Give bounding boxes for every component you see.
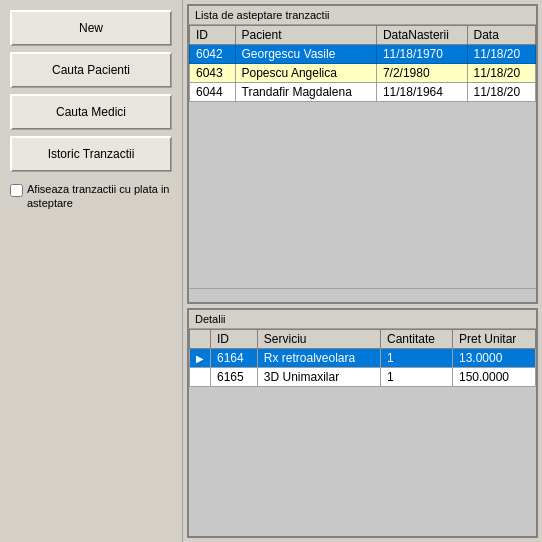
row-data: 11/18/20 xyxy=(467,83,536,102)
detail-table-wrapper[interactable]: ID Serviciu Cantitate Pret Unitar ▶ 6164… xyxy=(189,329,536,536)
top-section: Lista de asteptare tranzactii ID Pacient… xyxy=(187,4,538,304)
detail-row-id: 6165 xyxy=(211,368,258,387)
cauta-medici-button[interactable]: Cauta Medici xyxy=(10,94,172,130)
row-data-nasterii: 7/2/1980 xyxy=(376,64,467,83)
row-pacient: Georgescu Vasile xyxy=(235,45,376,64)
row-data: 11/18/20 xyxy=(467,45,536,64)
detail-table-row[interactable]: 6165 3D Unimaxilar 1 150.0000 xyxy=(190,368,536,387)
cauta-pacienti-button[interactable]: Cauta Pacienti xyxy=(10,52,172,88)
col-data: Data xyxy=(467,26,536,45)
row-id: 6043 xyxy=(190,64,236,83)
afiseaza-checkbox[interactable] xyxy=(10,184,23,197)
row-indicator: ▶ xyxy=(190,349,211,368)
sidebar: New Cauta Pacienti Cauta Medici Istoric … xyxy=(0,0,183,542)
hscroll-area[interactable] xyxy=(189,288,536,302)
top-table-row[interactable]: 6042 Georgescu Vasile 11/18/1970 11/18/2… xyxy=(190,45,536,64)
col-id: ID xyxy=(190,26,236,45)
checkbox-label: Afiseaza tranzactii cu plata in asteptar… xyxy=(27,182,172,211)
row-id: 6042 xyxy=(190,45,236,64)
right-panel: Lista de asteptare tranzactii ID Pacient… xyxy=(183,0,542,542)
row-id: 6044 xyxy=(190,83,236,102)
col-pacient: Pacient xyxy=(235,26,376,45)
row-pacient: Trandafir Magdalena xyxy=(235,83,376,102)
top-section-title: Lista de asteptare tranzactii xyxy=(189,6,536,25)
row-pacient: Popescu Angelica xyxy=(235,64,376,83)
detail-row-pret: 13.0000 xyxy=(452,349,535,368)
detail-row-pret: 150.0000 xyxy=(452,368,535,387)
bottom-section-title: Detalii xyxy=(189,310,536,329)
detail-row-cantitate: 1 xyxy=(380,368,452,387)
row-data-nasterii: 11/18/1964 xyxy=(376,83,467,102)
top-table-row[interactable]: 6044 Trandafir Magdalena 11/18/1964 11/1… xyxy=(190,83,536,102)
detail-col-pret: Pret Unitar xyxy=(452,330,535,349)
detail-row-cantitate: 1 xyxy=(380,349,452,368)
detail-col-serviciu: Serviciu xyxy=(257,330,380,349)
detail-row-serviciu: 3D Unimaxilar xyxy=(257,368,380,387)
detail-table: ID Serviciu Cantitate Pret Unitar ▶ 6164… xyxy=(189,329,536,387)
detail-row-serviciu: Rx retroalveolara xyxy=(257,349,380,368)
new-button[interactable]: New xyxy=(10,10,172,46)
top-table: ID Pacient DataNasterii Data 6042 George… xyxy=(189,25,536,102)
row-data: 11/18/20 xyxy=(467,64,536,83)
row-data-nasterii: 11/18/1970 xyxy=(376,45,467,64)
col-indicator-header xyxy=(190,330,211,349)
row-indicator xyxy=(190,368,211,387)
top-table-row[interactable]: 6043 Popescu Angelica 7/2/1980 11/18/20 xyxy=(190,64,536,83)
checkbox-container: Afiseaza tranzactii cu plata in asteptar… xyxy=(10,182,172,211)
detail-col-cantitate: Cantitate xyxy=(380,330,452,349)
bottom-section: Detalii ID Serviciu Cantitate Pret Unita… xyxy=(187,308,538,538)
istoric-tranzactii-button[interactable]: Istoric Tranzactii xyxy=(10,136,172,172)
main-container: New Cauta Pacienti Cauta Medici Istoric … xyxy=(0,0,542,542)
top-table-wrapper[interactable]: ID Pacient DataNasterii Data 6042 George… xyxy=(189,25,536,288)
detail-col-id: ID xyxy=(211,330,258,349)
detail-row-id: 6164 xyxy=(211,349,258,368)
col-data-nasterii: DataNasterii xyxy=(376,26,467,45)
detail-table-row[interactable]: ▶ 6164 Rx retroalveolara 1 13.0000 xyxy=(190,349,536,368)
